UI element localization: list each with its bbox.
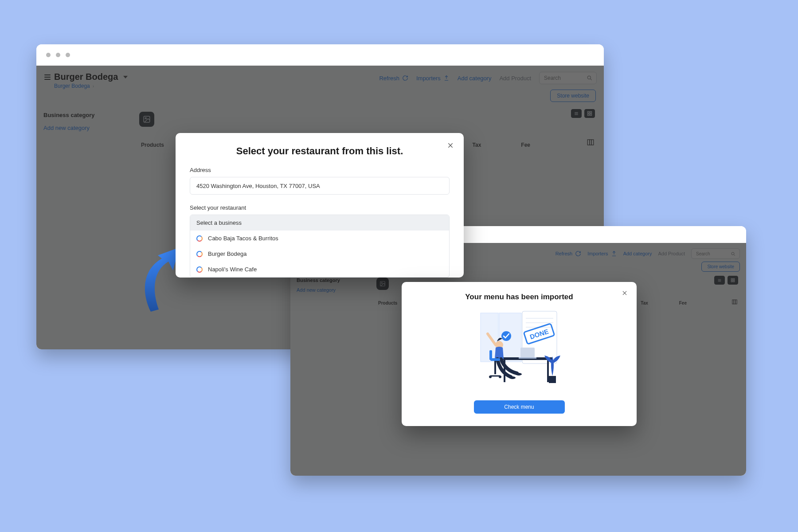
svg-rect-42 [549, 376, 556, 383]
dropdown-option[interactable]: Cabo Baja Tacos & Burritos [190, 231, 449, 246]
svg-point-40 [489, 376, 492, 378]
svg-point-41 [499, 376, 501, 378]
svg-rect-30 [547, 360, 549, 382]
select-restaurant-label: Select your restaurant [190, 204, 450, 211]
restaurant-dropdown[interactable]: Select a business Cabo Baja Tacos & Burr… [190, 215, 450, 278]
svg-rect-32 [519, 357, 536, 359]
traffic-light-dot [56, 53, 60, 57]
modal-title: Your menu has been imported [414, 293, 624, 301]
dropdown-option[interactable]: Napoli's Wine Cafe [190, 262, 449, 277]
loading-icon [196, 266, 203, 273]
address-input[interactable]: 4520 Washington Ave, Houston, TX 77007, … [190, 177, 450, 195]
dropdown-placeholder: Select a business [190, 215, 449, 231]
svg-point-36 [516, 373, 522, 376]
window-titlebar [36, 44, 604, 66]
address-label: Address [190, 167, 450, 173]
svg-rect-39 [494, 361, 496, 374]
success-illustration: DONE [473, 309, 566, 387]
traffic-light-dot [66, 53, 70, 57]
svg-rect-31 [520, 348, 535, 357]
loading-icon [196, 235, 203, 242]
import-success-modal: Your menu has been imported DONE [402, 282, 637, 426]
modal-title: Select your restaurant from this list. [190, 145, 450, 157]
dropdown-option[interactable]: Burger Bodega [190, 246, 449, 262]
svg-point-35 [509, 376, 516, 379]
select-restaurant-modal: Select your restaurant from this list. A… [176, 133, 464, 278]
traffic-light-dot [46, 53, 51, 57]
loading-icon [196, 251, 203, 257]
check-menu-button[interactable]: Check menu [474, 400, 565, 414]
svg-rect-38 [489, 350, 492, 360]
close-icon[interactable] [622, 290, 628, 298]
close-icon[interactable] [447, 142, 454, 151]
